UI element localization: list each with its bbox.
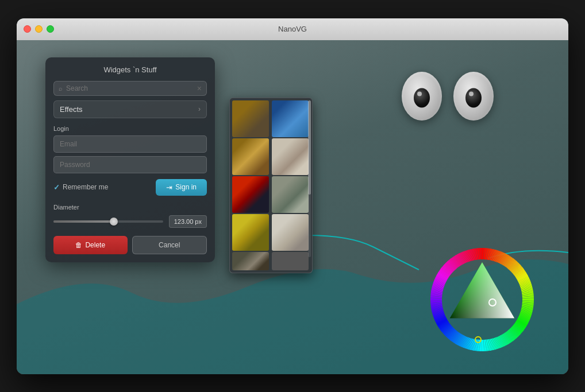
remember-me-label: Remember me — [63, 183, 108, 191]
minimize-button[interactable] — [35, 25, 43, 33]
search-bar[interactable]: ⌕ × — [53, 81, 207, 96]
search-clear-icon[interactable]: × — [197, 84, 202, 92]
action-row: 🗑 Delete Cancel — [53, 236, 207, 254]
signin-button[interactable]: ⇥ Sign in — [156, 179, 207, 196]
remember-signin-row: ✓ Remember me ⇥ Sign in — [53, 179, 207, 196]
delete-button[interactable]: 🗑 Delete — [53, 236, 128, 254]
search-input[interactable] — [66, 84, 197, 92]
image-grid — [230, 98, 312, 273]
title-bar: NanoVG — [17, 18, 568, 40]
slider-value: 123.00 px — [169, 215, 207, 228]
list-item[interactable] — [232, 176, 269, 213]
delete-icon: 🗑 — [75, 241, 82, 249]
mac-window: NanoVG Widgets `n Stuff ⌕ × — [17, 18, 568, 374]
list-item[interactable] — [272, 138, 309, 175]
search-icon: ⌕ — [59, 85, 63, 92]
panel-title: Widgets `n Stuff — [53, 65, 207, 74]
slider-thumb[interactable] — [110, 218, 118, 226]
color-wheel[interactable] — [425, 242, 540, 357]
list-item[interactable] — [272, 100, 309, 137]
collapse-arrow[interactable]: ‹ — [229, 177, 230, 193]
list-item[interactable] — [232, 138, 269, 175]
close-button[interactable] — [24, 25, 31, 33]
animal-image-1 — [232, 100, 269, 137]
animal-image-2 — [272, 100, 309, 137]
list-item[interactable] — [272, 176, 309, 213]
animal-image-3 — [232, 138, 269, 175]
diameter-label: Diameter — [53, 204, 207, 211]
effects-row[interactable]: Effects › — [53, 100, 207, 118]
widget-panel: Widgets `n Stuff ⌕ × Effects › Login ✓ R… — [45, 57, 215, 262]
slider-track[interactable] — [53, 220, 163, 223]
image-grid-panel: ‹ — [229, 98, 313, 273]
signin-label: Sign in — [175, 183, 197, 191]
eye-left — [402, 72, 442, 121]
main-content: Widgets `n Stuff ⌕ × Effects › Login ✓ R… — [17, 40, 568, 374]
list-item[interactable] — [232, 214, 269, 251]
image-scrollbar[interactable] — [308, 100, 311, 258]
animal-image-6 — [272, 176, 309, 213]
color-wheel-svg — [425, 242, 540, 357]
eye-right — [453, 72, 494, 121]
chevron-right-icon: › — [198, 105, 201, 113]
animal-image-4 — [272, 138, 309, 175]
cancel-button[interactable]: Cancel — [132, 236, 207, 254]
scrollbar-thumb — [308, 100, 311, 195]
animal-image-9 — [232, 252, 269, 270]
window-title: NanoVG — [278, 25, 307, 33]
animal-image-5 — [232, 176, 269, 213]
password-field[interactable] — [53, 156, 207, 173]
checkmark-icon: ✓ — [53, 183, 60, 192]
list-item[interactable] — [232, 252, 269, 270]
remember-me-group: ✓ Remember me — [53, 183, 108, 192]
pupil-left — [414, 88, 430, 107]
list-item[interactable] — [232, 100, 269, 137]
effects-label: Effects — [60, 105, 83, 114]
login-section-label: Login — [53, 125, 207, 132]
traffic-lights — [24, 25, 54, 33]
maximize-button[interactable] — [47, 25, 54, 33]
email-field[interactable] — [53, 135, 207, 153]
delete-label: Delete — [85, 241, 105, 249]
list-item[interactable] — [272, 214, 309, 251]
slider-row: 123.00 px — [53, 215, 207, 228]
slider-fill — [53, 220, 114, 223]
signin-icon: ⇥ — [166, 183, 172, 192]
animal-image-8 — [272, 214, 309, 251]
list-item[interactable] — [272, 252, 309, 270]
pupil-right — [465, 88, 482, 107]
animal-image-7 — [232, 214, 269, 251]
